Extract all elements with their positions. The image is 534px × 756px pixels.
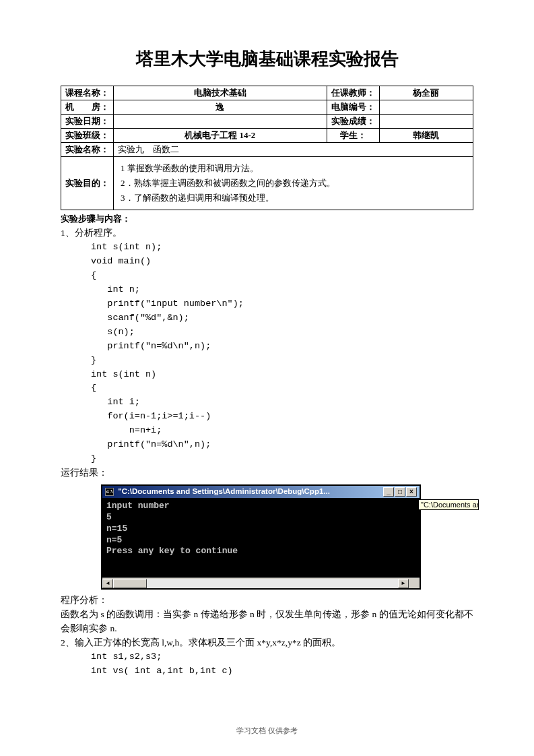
purpose-line: 2．熟练掌握主调函数和被调函数之间的参数传递方式。 <box>121 176 466 191</box>
scroll-track[interactable] <box>113 579 398 588</box>
tooltip: "C:\Documents ar <box>418 499 479 510</box>
size-grip[interactable] <box>409 579 420 588</box>
label-pcnum: 电脑编号： <box>327 100 379 115</box>
table-row: 实验班级： 机械电子工程 14-2 学生： 韩继凯 <box>61 129 473 143</box>
label-room: 机 房： <box>61 100 114 115</box>
value-teacher: 杨全丽 <box>379 86 473 100</box>
table-row: 实验名称： 实验九 函数二 <box>61 143 473 157</box>
code-block-1: int s(int n); void main() { int n; print… <box>61 241 473 466</box>
console-titlebar: c:\ "C:\Documents and Settings\Administr… <box>102 486 420 498</box>
scroll-right-button[interactable]: ► <box>398 579 409 588</box>
steps-label: 实验步骤与内容： <box>61 213 473 225</box>
purpose-line: 1 掌握数学函数的使用和调用方法。 <box>121 161 466 176</box>
horizontal-scrollbar[interactable]: ◄ ► <box>102 577 420 588</box>
analysis-text: 函数名为 s 的函数调用：当实参 n 传递给形参 n 时，仅发生单向传递，形参 … <box>61 608 473 636</box>
value-pcnum <box>379 100 473 115</box>
label-class: 实验班级： <box>61 129 114 143</box>
label-teacher: 任课教师： <box>327 86 379 100</box>
value-date <box>114 115 327 129</box>
label-grade: 实验成绩： <box>327 115 379 129</box>
table-row: 机 房： 逸 电脑编号： <box>61 100 473 115</box>
table-row: 课程名称： 电脑技术基础 任课教师： 杨全丽 <box>61 86 473 100</box>
value-course: 电脑技术基础 <box>114 86 327 100</box>
info-table: 课程名称： 电脑技术基础 任课教师： 杨全丽 机 房： 逸 电脑编号： 实验日期… <box>61 86 473 210</box>
maximize-button[interactable]: □ <box>395 487 405 497</box>
value-student: 韩继凯 <box>379 129 473 143</box>
table-row: 实验目的： 1 掌握数学函数的使用和调用方法。 2．熟练掌握主调函数和被调函数之… <box>61 157 473 210</box>
value-purpose: 1 掌握数学函数的使用和调用方法。 2．熟练掌握主调函数和被调函数之间的参数传递… <box>114 157 473 210</box>
label-student: 学生： <box>327 129 379 143</box>
code-block-2: int s1,s2,s3; int vs( int a,int b,int c) <box>61 650 473 679</box>
label-date: 实验日期： <box>61 115 114 129</box>
cmd-icon: c:\ <box>105 488 114 496</box>
question-1: 1、分析程序。 <box>61 226 473 241</box>
page-title: 塔里木大学电脑基础课程实验报告 <box>61 47 473 71</box>
purpose-line: 3．了解函数的递归调用和编译预处理。 <box>121 191 466 206</box>
scroll-left-button[interactable]: ◄ <box>102 579 113 588</box>
question-2: 2、输入正方体的长宽高 l,w,h。求体积及三个面 x*y,x*z,y*z 的面… <box>61 636 473 650</box>
value-grade <box>379 115 473 129</box>
value-room: 逸 <box>114 100 327 115</box>
console-title-text: "C:\Documents and Settings\Administrator… <box>118 487 330 495</box>
label-expname: 实验名称： <box>61 143 114 157</box>
page-footer: 学习文档 仅供参考 <box>0 726 534 736</box>
run-result-label: 运行结果： <box>61 466 473 480</box>
analysis-label: 程序分析： <box>61 594 473 608</box>
value-expname: 实验九 函数二 <box>114 143 473 157</box>
close-button[interactable]: × <box>406 487 417 497</box>
console-title: c:\ "C:\Documents and Settings\Administr… <box>105 487 330 496</box>
console-window: c:\ "C:\Documents and Settings\Administr… <box>101 484 421 590</box>
value-class: 机械电子工程 14-2 <box>114 129 327 143</box>
label-course: 课程名称： <box>61 86 114 100</box>
console-output: input number 5 n=15 n=5 Press any key to… <box>102 498 420 577</box>
scroll-thumb[interactable] <box>113 579 147 588</box>
label-purpose: 实验目的： <box>61 157 114 210</box>
minimize-button[interactable]: _ <box>383 487 394 497</box>
table-row: 实验日期： 实验成绩： <box>61 115 473 129</box>
